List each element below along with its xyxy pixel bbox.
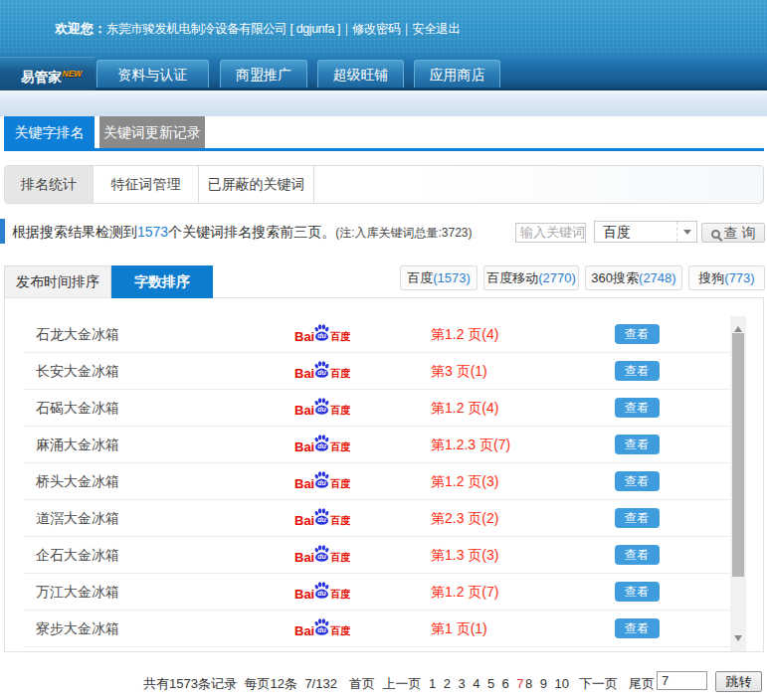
svg-text:du: du [317,442,326,449]
svg-text:百度: 百度 [330,478,350,489]
svg-text:du: du [317,626,326,633]
svg-text:百度: 百度 [330,589,350,600]
svg-text:百度: 百度 [330,552,350,563]
svg-text:du: du [317,479,326,486]
svg-text:百度: 百度 [330,625,350,636]
svg-text:Bai: Bai [294,403,314,418]
svg-text:百度: 百度 [330,368,350,379]
svg-text:Bai: Bai [294,623,314,638]
svg-text:Bai: Bai [294,476,314,491]
svg-text:Bai: Bai [294,550,314,565]
svg-text:Bai: Bai [294,329,314,344]
svg-text:du: du [317,369,326,376]
svg-text:百度: 百度 [330,331,350,342]
svg-text:du: du [317,516,326,523]
svg-text:Bai: Bai [294,513,314,528]
svg-text:Bai: Bai [294,587,314,602]
svg-text:百度: 百度 [330,515,350,526]
svg-text:百度: 百度 [330,441,350,452]
svg-text:百度: 百度 [330,405,350,416]
svg-text:Bai: Bai [294,439,314,454]
svg-text:du: du [317,590,326,597]
svg-text:du: du [317,553,326,560]
svg-text:du: du [317,406,326,413]
svg-text:du: du [317,332,326,339]
svg-text:Bai: Bai [294,366,314,381]
